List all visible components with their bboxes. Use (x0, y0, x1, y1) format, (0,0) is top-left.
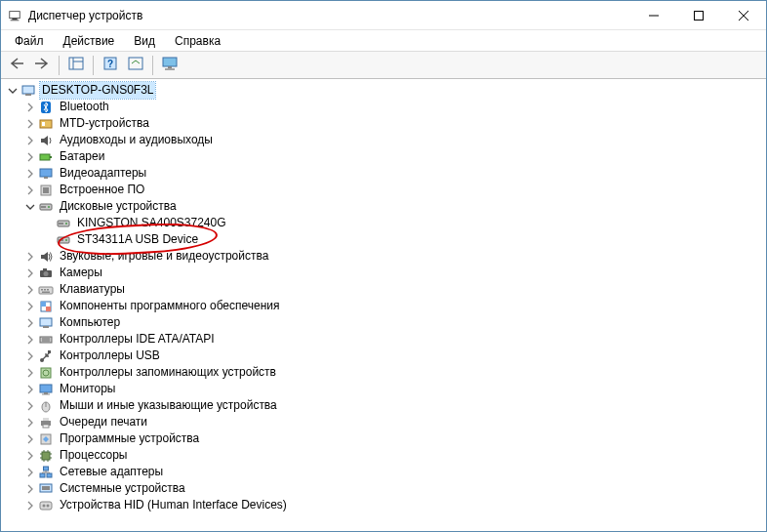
tree-category-row[interactable]: Сетевые адаптеры (1, 464, 766, 480)
tree-category-row[interactable]: Видеоадаптеры (1, 165, 766, 182)
toolbar-back-button[interactable] (5, 55, 28, 76)
tree-item-label[interactable]: Встроенное ПО (58, 182, 146, 198)
expand-toggle[interactable] (22, 299, 38, 314)
tree-item-label[interactable]: Камеры (58, 265, 104, 281)
svg-rect-63 (43, 425, 49, 428)
tree-item-label[interactable]: Устройства HID (Human Interface Devices) (58, 497, 289, 513)
expand-toggle[interactable] (22, 116, 38, 132)
expand-toggle[interactable] (22, 498, 38, 513)
tree-root-row[interactable]: DESKTOP-GNS0F3L (1, 82, 766, 99)
expand-toggle[interactable] (22, 282, 38, 298)
tree-item-label[interactable]: ST34311A USB Device (75, 231, 200, 248)
tree-item-label[interactable]: Процессоры (58, 447, 130, 464)
tree-category-row[interactable]: Звуковые, игровые и видеоустройства (1, 248, 766, 265)
tree-item-label[interactable]: KINGSTON SA400S37240G (75, 215, 228, 231)
tree-item-label[interactable]: Аудиовходы и аудиовыходы (58, 132, 215, 148)
tree-item-label[interactable]: Сетевые адаптеры (58, 464, 165, 480)
svg-rect-17 (25, 94, 31, 96)
tree-category-row[interactable]: Программные устройства (1, 430, 766, 447)
tree-device-row[interactable]: ST34311A USB Device (1, 231, 766, 248)
tree-category-row[interactable]: Контроллеры IDE ATA/ATAPI (1, 331, 766, 348)
tree-category-row[interactable]: Клавиатуры (1, 281, 766, 298)
tree-item-label[interactable]: Мониторы (58, 381, 117, 397)
computer-icon (38, 315, 54, 331)
mtd-icon (38, 116, 54, 132)
tree-item-label[interactable]: MTD-устройства (58, 115, 151, 132)
tree-item-label[interactable]: Клавиатуры (58, 281, 127, 298)
svg-rect-48 (43, 326, 49, 328)
maximize-button[interactable] (676, 1, 721, 29)
tree-item-label[interactable]: Контроллеры USB (58, 348, 162, 364)
toolbar-help-button[interactable]: ? (99, 55, 122, 76)
expand-toggle[interactable] (22, 100, 38, 115)
expand-toggle[interactable] (22, 365, 38, 381)
tree-item-label[interactable]: Системные устройства (58, 480, 187, 497)
expand-toggle[interactable] (22, 332, 38, 348)
expand-toggle[interactable] (22, 382, 38, 397)
expand-toggle[interactable] (22, 415, 38, 430)
expand-toggle[interactable] (22, 431, 38, 447)
tree-item-label[interactable]: Звуковые, игровые и видеоустройства (58, 248, 270, 265)
tree-item-label[interactable]: Видеоадаптеры (58, 165, 148, 182)
tree-category-row[interactable]: Встроенное ПО (1, 182, 766, 198)
expand-toggle[interactable] (22, 465, 38, 480)
expand-toggle[interactable] (22, 149, 38, 165)
toolbar-scan-button[interactable] (124, 55, 147, 76)
tree-category-row[interactable]: Контроллеры запоминающих устройств (1, 364, 766, 381)
expand-toggle[interactable] (22, 315, 38, 331)
expand-toggle[interactable] (22, 199, 38, 215)
tree-category-row[interactable]: Аудиовходы и аудиовыходы (1, 132, 766, 148)
tree-category-row[interactable]: Процессоры (1, 447, 766, 464)
tree-category-row[interactable]: Контроллеры USB (1, 348, 766, 364)
tree-category-row[interactable]: Дисковые устройства (1, 198, 766, 215)
close-button[interactable] (721, 1, 766, 29)
tree-item-label[interactable]: Контроллеры IDE ATA/ATAPI (58, 331, 217, 348)
tree-root-label[interactable]: DESKTOP-GNS0F3L (40, 82, 155, 99)
tree-category-row[interactable]: Мыши и иные указывающие устройства (1, 397, 766, 414)
expand-toggle[interactable] (22, 166, 38, 182)
svg-rect-1 (12, 18, 17, 20)
tree-category-row[interactable]: Батареи (1, 148, 766, 165)
menu-action[interactable]: Действие (54, 32, 125, 50)
expand-toggle[interactable] (22, 348, 38, 364)
sound-icon (38, 249, 54, 265)
tree-item-label[interactable]: Bluetooth (58, 99, 111, 115)
tree-category-row[interactable]: Компьютер (1, 314, 766, 331)
device-tree[interactable]: DESKTOP-GNS0F3L BluetoothMTD-устройстваА… (1, 80, 766, 531)
toolbar-forward-button[interactable] (30, 55, 54, 76)
tree-category-row[interactable]: Устройства HID (Human Interface Devices) (1, 497, 766, 513)
tree-item-label[interactable]: Очереди печати (58, 414, 149, 430)
tree-category-row[interactable]: Очереди печати (1, 414, 766, 430)
tree-category-row[interactable]: Bluetooth (1, 99, 766, 115)
tree-item-label[interactable]: Дисковые устройства (58, 198, 179, 215)
tree-item-label[interactable]: Компьютер (58, 314, 122, 331)
menu-view[interactable]: Вид (124, 32, 165, 50)
minimize-button[interactable] (631, 1, 676, 29)
menu-help[interactable]: Справка (165, 32, 230, 50)
menu-file[interactable]: Файл (5, 32, 54, 50)
tree-item-label[interactable]: Компоненты программного обеспечения (58, 298, 282, 314)
expand-toggle[interactable] (22, 183, 38, 198)
expand-toggle[interactable] (22, 398, 38, 414)
tree-item-label[interactable]: Программные устройства (58, 430, 201, 447)
tree-item-label[interactable]: Батареи (58, 148, 106, 165)
svg-rect-47 (40, 318, 52, 326)
tree-category-row[interactable]: Камеры (1, 265, 766, 281)
tree-category-row[interactable]: Мониторы (1, 381, 766, 397)
tree-item-label[interactable]: Мыши и иные указывающие устройства (58, 397, 279, 414)
toolbar-show-hidden-button[interactable] (64, 55, 88, 76)
help-icon: ? (103, 57, 117, 73)
expand-toggle[interactable] (22, 249, 38, 265)
expand-toggle[interactable] (22, 266, 38, 281)
tree-item-label[interactable]: Контроллеры запоминающих устройств (58, 364, 278, 381)
expand-toggle[interactable] (22, 448, 38, 464)
expand-toggle[interactable] (22, 133, 38, 148)
tree-category-row[interactable]: Компоненты программного обеспечения (1, 298, 766, 314)
tree-category-row[interactable]: Системные устройства (1, 480, 766, 497)
tree-device-row[interactable]: KINGSTON SA400S37240G (1, 215, 766, 231)
expand-toggle[interactable] (5, 83, 20, 99)
tree-category-row[interactable]: MTD-устройства (1, 115, 766, 132)
printer-icon (38, 415, 54, 430)
expand-toggle[interactable] (22, 481, 38, 497)
toolbar-monitor-button[interactable] (158, 55, 182, 76)
